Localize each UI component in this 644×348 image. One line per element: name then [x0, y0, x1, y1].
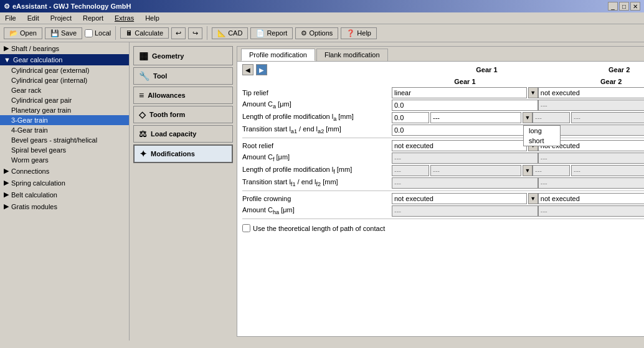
amount-cha-gear2-cell	[538, 205, 644, 217]
right-panel: Profile modification Flank modification …	[237, 46, 644, 337]
cad-button[interactable]: 📐 CAD	[212, 27, 248, 39]
sidebar-item-3gear[interactable]: 3-Gear train	[0, 115, 129, 125]
local-checkbox[interactable]	[85, 29, 93, 37]
save-button[interactable]: 💾 Save	[45, 27, 82, 39]
amount-cf-gear1-cell	[392, 153, 538, 164]
length-la-row: Length of profile modification la [mm] ▼…	[237, 111, 644, 124]
tab-profile[interactable]: Profile modification	[241, 49, 315, 61]
back-button[interactable]: ◀	[242, 64, 253, 75]
menu-project[interactable]: Project	[48, 14, 74, 22]
maximize-button[interactable]: □	[619, 2, 629, 11]
sidebar-item-worm[interactable]: Worm gears	[0, 155, 129, 165]
sidebar-item-gear-rack[interactable]: Gear rack	[0, 85, 129, 95]
options-icon: ⚙	[301, 29, 307, 37]
sidebar-item-bevel[interactable]: Bevel gears - straight/helical	[0, 135, 129, 145]
amount-ca-gear1-input[interactable]	[392, 100, 538, 111]
left-panel: ▦ Geometry 🔧 Tool ≡ Allowances ◇ Tooth f…	[133, 46, 233, 337]
menu-bar: File Edit Project Report Extras Help	[0, 12, 644, 24]
tab-flank[interactable]: Flank modification	[316, 49, 388, 61]
modifications-button[interactable]: ✦ Modifications	[133, 144, 233, 163]
sidebar-item-spiral[interactable]: Spiral bevel gears	[0, 145, 129, 155]
profile-crowning-gear1-dropdown[interactable]: ▼	[528, 193, 538, 204]
app-icon: ⚙	[4, 2, 10, 11]
gear-group-label: Gear calculation	[13, 56, 63, 63]
amount-ca-gear2-cell	[538, 100, 644, 111]
sidebar-item-cyl-ext[interactable]: Cylindrical gear (external)	[0, 65, 129, 75]
profile-crowning-gear2-input[interactable]	[538, 193, 644, 204]
amount-cha-row: Amount Cha [μm]	[237, 205, 644, 217]
length-la-dropdown-popup: long short	[523, 125, 561, 146]
open-button[interactable]: 📂 Open	[4, 27, 42, 39]
transition-la-gear1-cell	[392, 125, 538, 136]
root-relief-row: Root relief ▼ ▼	[237, 139, 644, 152]
tool-button[interactable]: 🔧 Tool	[133, 67, 233, 85]
transition-la-gear1-input[interactable]	[392, 125, 538, 136]
spring-group-label: Spring calculation	[11, 179, 65, 187]
dropdown-item-long[interactable]: long	[524, 126, 560, 136]
sidebar: ▶ Shaft / bearings ▼ Gear calculation Cy…	[0, 42, 130, 341]
dropdown-item-short[interactable]: short	[524, 136, 560, 146]
menu-report[interactable]: Report	[80, 14, 106, 22]
toolbar-sep-2	[207, 26, 207, 40]
minimize-button[interactable]: _	[608, 2, 618, 11]
gear1-header: Gear 1	[422, 66, 552, 73]
sidebar-item-cyl-pair[interactable]: Cylindrical gear pair	[0, 95, 129, 105]
menu-help[interactable]: Help	[143, 14, 162, 22]
sidebar-item-planetary[interactable]: Planetary gear train	[0, 105, 129, 115]
connections-arrow-icon: ▶	[4, 167, 9, 175]
undo-button[interactable]: ↩	[171, 27, 186, 39]
local-checkbox-label: Local	[85, 29, 111, 37]
transition-lf-label: Transition start lf1 / end lf2 [mm]	[242, 178, 392, 187]
sidebar-group-gear[interactable]: ▼ Gear calculation	[0, 54, 129, 65]
sidebar-group-shaft[interactable]: ▶ Shaft / bearings	[0, 42, 129, 54]
amount-cf-gear2-cell	[538, 153, 644, 164]
profile-crowning-gear1-input[interactable]	[392, 193, 527, 204]
sidebar-item-cyl-int[interactable]: Cylindrical gear (internal)	[0, 75, 129, 85]
sidebar-group-gratis[interactable]: ▶ Gratis modules	[0, 200, 129, 212]
geometry-button[interactable]: ▦ Geometry	[133, 46, 233, 65]
sidebar-item-4gear[interactable]: 4-Gear train	[0, 125, 129, 135]
separator-3	[242, 219, 644, 219]
menu-extras[interactable]: Extras	[112, 14, 136, 22]
length-la-gear1-select-input[interactable]	[430, 112, 521, 123]
sidebar-group-connections[interactable]: ▶ Connections	[0, 165, 129, 177]
tip-relief-gear1-dropdown[interactable]: ▼	[528, 87, 538, 98]
tip-relief-gear2-input[interactable]	[538, 87, 644, 98]
length-la-gear1-input[interactable]	[392, 112, 429, 123]
nav-row: ◀ ▶ Gear 1 Gear 2	[237, 62, 644, 78]
window-title: eAssistant - GWJ Technology GmbH	[12, 2, 131, 10]
root-relief-gear1-cell: ▼	[392, 140, 538, 151]
gratis-group-label: Gratis modules	[11, 203, 57, 210]
allowances-icon: ≡	[139, 90, 144, 100]
tip-relief-gear1-input[interactable]	[392, 87, 527, 98]
close-button[interactable]: ✕	[630, 2, 640, 11]
sidebar-group-belt[interactable]: ▶ Belt calculation	[0, 189, 129, 200]
menu-file[interactable]: File	[2, 14, 19, 22]
theoretical-length-checkbox[interactable]	[242, 224, 250, 232]
amount-cha-label: Amount Cha [μm]	[242, 206, 392, 215]
transition-lf-gear1-input	[392, 177, 538, 189]
shaft-group-label: Shaft / bearings	[11, 45, 59, 52]
transition-la-row: Transition start la1 / end la2 [mm]	[237, 124, 644, 136]
sidebar-group-spring[interactable]: ▶ Spring calculation	[0, 177, 129, 189]
connections-group-label: Connections	[11, 167, 49, 175]
length-lf-gear1-dropdown[interactable]: ▼	[523, 165, 533, 176]
save-icon: 💾	[50, 29, 59, 37]
menu-edit[interactable]: Edit	[25, 14, 42, 22]
length-la-gear1-dropdown[interactable]: ▼ long short	[523, 112, 533, 123]
tooth-form-button[interactable]: ◇ Tooth form	[133, 106, 233, 123]
modifications-icon: ✦	[140, 149, 147, 159]
length-lf-label: Length of profile modification lf [mm]	[242, 166, 392, 175]
redo-button[interactable]: ↪	[188, 27, 202, 39]
allowances-button[interactable]: ≡ Allowances	[133, 87, 233, 104]
report-button[interactable]: 📄 Report	[250, 27, 293, 39]
load-capacity-button[interactable]: ⚖ Load capacity	[133, 125, 233, 143]
help-button[interactable]: ❓ Help	[341, 27, 377, 39]
transition-lf-gear2-input	[538, 177, 644, 189]
calculate-button[interactable]: 🖩 Calculate	[120, 27, 169, 39]
toolbar-sep-1	[115, 26, 116, 40]
forward-button[interactable]: ▶	[256, 64, 267, 75]
root-relief-gear1-input[interactable]	[392, 140, 527, 151]
options-button[interactable]: ⚙ Options	[295, 27, 338, 39]
gear2-col-header: Gear 2	[538, 78, 644, 85]
